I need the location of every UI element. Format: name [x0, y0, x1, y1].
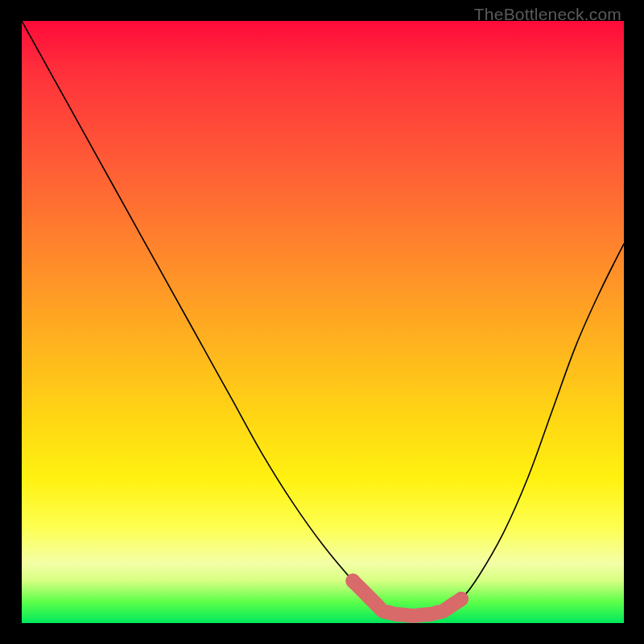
chart-stage: TheBottleneck.com — [0, 0, 644, 644]
bottleneck-curve — [22, 21, 624, 616]
optimal-range-start-dot — [345, 574, 360, 588]
optimal-range-end-dot — [454, 592, 469, 606]
watermark-text: TheBottleneck.com — [474, 5, 621, 24]
chart-svg-layer — [22, 21, 624, 623]
optimal-range-highlight — [345, 574, 469, 616]
